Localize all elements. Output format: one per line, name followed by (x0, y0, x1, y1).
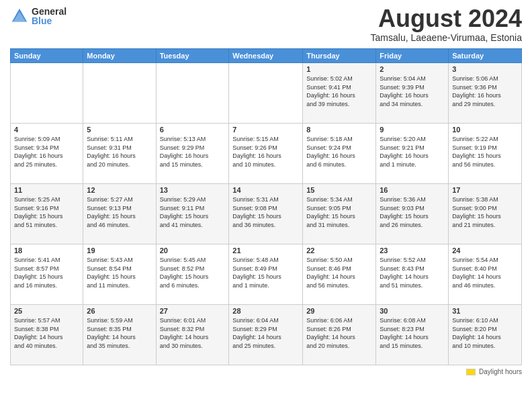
calendar-cell: 3Sunrise: 5:06 AM Sunset: 9:36 PM Daylig… (449, 63, 522, 124)
day-number: 18 (14, 246, 79, 255)
calendar-week-row: 18Sunrise: 5:41 AM Sunset: 8:57 PM Dayli… (11, 244, 522, 305)
day-info: Sunrise: 5:31 AM Sunset: 9:08 PM Dayligh… (232, 195, 299, 229)
calendar-cell: 16Sunrise: 5:36 AM Sunset: 9:03 PM Dayli… (376, 184, 449, 244)
day-number: 14 (232, 186, 299, 194)
day-number: 29 (306, 307, 372, 315)
day-info: Sunrise: 5:06 AM Sunset: 9:36 PM Dayligh… (452, 75, 518, 108)
day-number: 20 (160, 246, 226, 255)
day-number: 3 (452, 65, 518, 73)
day-number: 17 (452, 186, 518, 194)
title-section: August 2024 Tamsalu, Laeaene-Virumaa, Es… (371, 7, 522, 43)
day-info: Sunrise: 5:15 AM Sunset: 9:26 PM Dayligh… (232, 135, 299, 169)
day-number: 12 (87, 186, 152, 194)
calendar-cell: 30Sunrise: 6:08 AM Sunset: 8:23 PM Dayli… (376, 305, 449, 365)
day-of-week-header: Monday (83, 49, 156, 63)
location-title: Tamsalu, Laeaene-Virumaa, Estonia (371, 32, 522, 43)
day-info: Sunrise: 5:59 AM Sunset: 8:35 PM Dayligh… (87, 316, 152, 350)
header: General Blue August 2024 Tamsalu, Laeaen… (10, 7, 522, 43)
day-number: 24 (452, 246, 518, 255)
day-of-week-header: Saturday (449, 49, 522, 63)
logo-text: General Blue (32, 7, 66, 26)
calendar-cell: 19Sunrise: 5:43 AM Sunset: 8:54 PM Dayli… (83, 244, 156, 305)
calendar-cell: 26Sunrise: 5:59 AM Sunset: 8:35 PM Dayli… (83, 305, 156, 365)
day-info: Sunrise: 5:22 AM Sunset: 9:19 PM Dayligh… (452, 135, 518, 169)
calendar-cell: 14Sunrise: 5:31 AM Sunset: 9:08 PM Dayli… (229, 184, 303, 244)
calendar-cell: 24Sunrise: 5:54 AM Sunset: 8:40 PM Dayli… (449, 244, 522, 305)
day-of-week-header: Friday (376, 49, 449, 63)
page: General Blue August 2024 Tamsalu, Laeaen… (0, 0, 532, 411)
day-number: 5 (87, 126, 152, 134)
day-info: Sunrise: 6:01 AM Sunset: 8:32 PM Dayligh… (160, 316, 226, 350)
day-number: 25 (14, 307, 79, 315)
calendar-cell: 2Sunrise: 5:04 AM Sunset: 9:39 PM Daylig… (376, 63, 449, 124)
calendar-cell: 8Sunrise: 5:18 AM Sunset: 9:24 PM Daylig… (303, 124, 376, 184)
calendar-cell: 27Sunrise: 6:01 AM Sunset: 8:32 PM Dayli… (156, 305, 229, 365)
calendar-cell: 31Sunrise: 6:10 AM Sunset: 8:20 PM Dayli… (449, 305, 522, 365)
calendar-cell: 28Sunrise: 6:04 AM Sunset: 8:29 PM Dayli… (229, 305, 303, 365)
legend-box (466, 369, 476, 375)
day-info: Sunrise: 6:04 AM Sunset: 8:29 PM Dayligh… (232, 316, 299, 350)
day-info: Sunrise: 6:06 AM Sunset: 8:26 PM Dayligh… (306, 316, 372, 350)
calendar-cell (11, 63, 83, 124)
day-info: Sunrise: 5:25 AM Sunset: 9:16 PM Dayligh… (14, 195, 79, 229)
day-number: 6 (160, 126, 226, 134)
logo: General Blue (10, 7, 66, 26)
day-number: 7 (232, 126, 299, 134)
day-number: 27 (160, 307, 226, 315)
day-number: 22 (306, 246, 372, 255)
day-info: Sunrise: 5:20 AM Sunset: 9:21 PM Dayligh… (380, 135, 445, 169)
day-info: Sunrise: 5:48 AM Sunset: 8:49 PM Dayligh… (232, 256, 299, 289)
day-number: 30 (380, 307, 445, 315)
day-number: 4 (14, 126, 79, 134)
calendar-cell: 9Sunrise: 5:20 AM Sunset: 9:21 PM Daylig… (376, 124, 449, 184)
day-number: 28 (232, 307, 299, 315)
calendar-cell: 20Sunrise: 5:45 AM Sunset: 8:52 PM Dayli… (156, 244, 229, 305)
calendar: SundayMondayTuesdayWednesdayThursdayFrid… (10, 48, 522, 365)
day-number: 10 (452, 126, 518, 134)
day-info: Sunrise: 5:50 AM Sunset: 8:46 PM Dayligh… (306, 256, 372, 289)
day-number: 9 (380, 126, 445, 134)
calendar-cell: 29Sunrise: 6:06 AM Sunset: 8:26 PM Dayli… (303, 305, 376, 365)
day-number: 1 (306, 65, 372, 73)
calendar-week-row: 1Sunrise: 5:02 AM Sunset: 9:41 PM Daylig… (11, 63, 522, 124)
day-info: Sunrise: 5:36 AM Sunset: 9:03 PM Dayligh… (380, 195, 445, 229)
day-info: Sunrise: 5:27 AM Sunset: 9:13 PM Dayligh… (87, 195, 152, 229)
calendar-cell: 13Sunrise: 5:29 AM Sunset: 9:11 PM Dayli… (156, 184, 229, 244)
day-of-week-header: Sunday (11, 49, 83, 63)
calendar-cell (83, 63, 156, 124)
daylight-legend: Daylight hours (466, 368, 522, 375)
day-number: 15 (306, 186, 372, 194)
day-info: Sunrise: 6:08 AM Sunset: 8:23 PM Dayligh… (380, 316, 445, 350)
day-info: Sunrise: 5:43 AM Sunset: 8:54 PM Dayligh… (87, 256, 152, 289)
logo-blue-text: Blue (32, 16, 66, 26)
day-number: 11 (14, 186, 79, 194)
day-of-week-header: Thursday (303, 49, 376, 63)
calendar-cell: 17Sunrise: 5:38 AM Sunset: 9:00 PM Dayli… (449, 184, 522, 244)
calendar-cell: 25Sunrise: 5:57 AM Sunset: 8:38 PM Dayli… (11, 305, 83, 365)
day-info: Sunrise: 5:54 AM Sunset: 8:40 PM Dayligh… (452, 256, 518, 289)
daylight-label: Daylight hours (479, 368, 522, 375)
month-title: August 2024 (371, 7, 522, 31)
calendar-cell: 18Sunrise: 5:41 AM Sunset: 8:57 PM Dayli… (11, 244, 83, 305)
calendar-cell: 5Sunrise: 5:11 AM Sunset: 9:31 PM Daylig… (83, 124, 156, 184)
day-info: Sunrise: 5:57 AM Sunset: 8:38 PM Dayligh… (14, 316, 79, 350)
day-info: Sunrise: 5:41 AM Sunset: 8:57 PM Dayligh… (14, 256, 79, 289)
calendar-week-row: 4Sunrise: 5:09 AM Sunset: 9:34 PM Daylig… (11, 124, 522, 184)
day-of-week-header: Tuesday (156, 49, 229, 63)
calendar-cell (229, 63, 303, 124)
day-of-week-header: Wednesday (229, 49, 303, 63)
day-number: 8 (306, 126, 372, 134)
day-info: Sunrise: 5:11 AM Sunset: 9:31 PM Dayligh… (87, 135, 152, 169)
calendar-cell: 11Sunrise: 5:25 AM Sunset: 9:16 PM Dayli… (11, 184, 83, 244)
calendar-cell: 4Sunrise: 5:09 AM Sunset: 9:34 PM Daylig… (11, 124, 83, 184)
day-info: Sunrise: 5:34 AM Sunset: 9:05 PM Dayligh… (306, 195, 372, 229)
day-number: 23 (380, 246, 445, 255)
calendar-cell: 12Sunrise: 5:27 AM Sunset: 9:13 PM Dayli… (83, 184, 156, 244)
calendar-header-row: SundayMondayTuesdayWednesdayThursdayFrid… (11, 49, 522, 63)
day-number: 31 (452, 307, 518, 315)
calendar-cell: 21Sunrise: 5:48 AM Sunset: 8:49 PM Dayli… (229, 244, 303, 305)
calendar-cell (156, 63, 229, 124)
logo-icon (10, 7, 29, 26)
calendar-cell: 7Sunrise: 5:15 AM Sunset: 9:26 PM Daylig… (229, 124, 303, 184)
logo-general-text: General (32, 7, 66, 16)
